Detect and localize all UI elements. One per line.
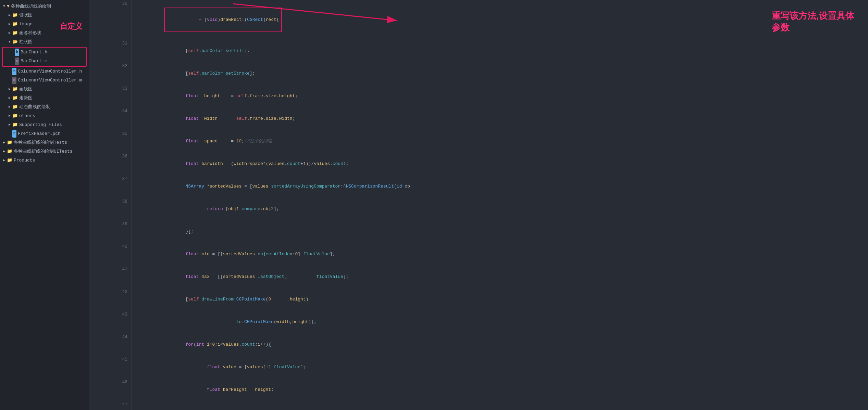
file-h-icon: h: [15, 49, 19, 56]
sidebar-item-prefix[interactable]: h PrefixHeader.pch: [0, 129, 89, 138]
sidebar-item-products[interactable]: ▶ 📁 Products: [0, 156, 89, 165]
code-line-45: 45 float value = [values[i] floatValue];: [89, 356, 868, 379]
line-code[interactable]: return [obj1 compare:obj2];: [132, 198, 868, 220]
arrow-icon: ▼: [1, 3, 7, 10]
folder-icon: 📁: [12, 12, 18, 19]
sidebar-item-label: PrefixHeader.pch: [18, 130, 61, 138]
line-code[interactable]: if(max != min){: [132, 409, 868, 410]
sidebar-item-columnar-h[interactable]: h ColumnarViewController.h: [0, 67, 89, 76]
sidebar-item-linechart[interactable]: ▶ 📁 画线图: [0, 85, 89, 94]
line-code[interactable]: }];: [132, 220, 868, 243]
line-number: 39: [89, 220, 132, 243]
sidebar-item-barchart-h[interactable]: h BarChart.h: [3, 48, 86, 57]
sidebar-item-uitests[interactable]: ▶ 📁 各种曲线折线的绘制UITests: [0, 147, 89, 156]
line-number: 33: [89, 85, 132, 107]
folder-icon: 📁: [7, 157, 12, 164]
sidebar-item-shapes[interactable]: ▶ 📁 画各种形状: [0, 29, 89, 38]
sidebar-item-label: 走势图: [19, 94, 33, 102]
line-code[interactable]: to:CGPointMake(width,height)];: [132, 311, 868, 333]
arrow-icon: ▶: [7, 103, 12, 111]
arrow-icon: ▶: [7, 94, 12, 102]
line-code[interactable]: NSArray *sortedValues = [values sortedAr…: [132, 175, 868, 198]
code-line-32: 32 [self.barColor setStroke];: [89, 62, 868, 85]
folder-icon: 📁: [12, 103, 18, 111]
arrow-icon: ▼: [7, 38, 12, 46]
file-pch-icon: h: [12, 130, 16, 138]
code-line-43: 43 to:CGPointMake(width,height)];: [89, 311, 868, 333]
line-code[interactable]: float value = [values[i] floatValue];: [132, 356, 868, 379]
line-number: 37: [89, 175, 132, 198]
code-line-34: 34 float width = self.frame.size.width;: [89, 107, 868, 130]
line-number: 30: [89, 0, 132, 40]
sidebar-item-image[interactable]: ▶ 📁 image: [0, 20, 89, 29]
line-number: 41: [89, 266, 132, 288]
sidebar-item-barchart-m[interactable]: m BarChart.m: [3, 57, 86, 66]
sidebar-item-root[interactable]: ▼ ▼ 各种曲线折线的绘制: [0, 2, 89, 11]
folder-icon: 📁: [12, 21, 18, 28]
line-code[interactable]: float width = self.frame.size.width;: [132, 107, 868, 130]
arrow-icon: ▶: [1, 139, 7, 146]
line-code[interactable]: float height = self.frame.size.height;: [132, 85, 868, 107]
line-number: 35: [89, 130, 132, 153]
sidebar-item-label: ColumnarViewController.h: [18, 68, 82, 75]
folder-icon: 📁: [12, 112, 18, 120]
code-line-39: 39 }];: [89, 220, 868, 243]
sidebar-item-label: 饼状图: [19, 12, 33, 19]
sidebar-item-label: 柱状图: [19, 38, 33, 46]
file-h-icon: h: [12, 68, 16, 75]
line-number: 36: [89, 153, 132, 175]
sidebar-item-label: Products: [14, 157, 35, 164]
line-number: 34: [89, 107, 132, 130]
sidebar-item-trend[interactable]: ▶ 📁 走势图: [0, 94, 89, 103]
line-number: 47: [89, 401, 132, 409]
arrow-icon: ▶: [1, 157, 7, 164]
code-line-42: 42 [self drawLineFrom:CGPointMake(0 ,hei…: [89, 288, 868, 311]
sidebar-item-label: image: [19, 21, 33, 28]
line-number: 40: [89, 243, 132, 266]
annotation-rewrite: 重写该方法,设置具体参数: [772, 10, 854, 34]
line-number: 43: [89, 311, 132, 333]
folder-icon: 📁: [12, 86, 18, 93]
line-code[interactable]: float min = [[sortedValues objectAtIndex…: [132, 243, 868, 266]
sidebar-item-barchart[interactable]: ▼ 📂 柱状图: [0, 38, 89, 47]
folder-icon: 📁: [7, 148, 12, 155]
sidebar-item-label: 各种曲线折线的绘制: [11, 3, 51, 10]
code-editor[interactable]: 重写该方法,设置具体参数 30 − (void)drawRect:(CGRect…: [89, 0, 868, 410]
sidebar-item-supporting[interactable]: ▶ 📁 Supporting Files: [0, 120, 89, 129]
code-line-36: 36 float barWidth = (width-space*(values…: [89, 153, 868, 175]
sidebar-item-dynamic[interactable]: ▶ 📁 动态曲线的绘制: [0, 103, 89, 112]
line-number: 31: [89, 40, 132, 62]
line-code[interactable]: [self drawLineFrom:CGPointMake(0 ,height…: [132, 288, 868, 311]
folder-icon: 📁: [12, 94, 18, 102]
line-code[interactable]: − (void)drawRect:(CGRect)rect{: [132, 0, 868, 40]
line-code[interactable]: for(int i=0;i<values.count;i++){: [132, 333, 868, 356]
sidebar-item-tests[interactable]: ▶ 📁 各种曲线折线的绘制Tests: [0, 138, 89, 147]
line-number: 44: [89, 333, 132, 356]
line-code[interactable]: float space = 10;//柱子的间隔: [132, 130, 868, 153]
arrow-icon: ▶: [1, 148, 7, 155]
line-code[interactable]: float barWidth = (width-space*(values.co…: [132, 153, 868, 175]
folder-open-icon: 📂: [12, 38, 18, 46]
line-code[interactable]: float max = [[sortedValues lastObject] f…: [132, 266, 868, 288]
sidebar-item-label: Supporting Files: [19, 121, 62, 129]
code-line-31: 31 [self.barColor setFill];: [89, 40, 868, 62]
sidebar-item-columnar-m[interactable]: m ColumnarViewController.m: [0, 76, 89, 85]
code-line-37: 37 NSArray *sortedValues = [values sorte…: [89, 175, 868, 198]
sidebar-item-label: 各种曲线折线的绘制Tests: [14, 139, 67, 146]
line-number: 48: [89, 409, 132, 410]
sidebar-item-label: BarChart.m: [21, 57, 47, 65]
line-code[interactable]: [self.barColor setStroke];: [132, 62, 868, 85]
sidebar-item-piechart[interactable]: ▶ 📁 饼状图: [0, 11, 89, 20]
line-code[interactable]: [132, 401, 868, 409]
line-code[interactable]: [self.barColor setFill];: [132, 40, 868, 62]
arrow-icon: ▶: [7, 112, 12, 120]
line-number: 38: [89, 198, 132, 220]
sidebar-item-label: BarChart.h: [21, 49, 47, 56]
line-code[interactable]: float barHeight = height;: [132, 379, 868, 401]
code-line-48: 48 if(max != min){: [89, 409, 868, 410]
code-line-44: 44 for(int i=0;i<values.count;i++){: [89, 333, 868, 356]
sidebar[interactable]: ▼ ▼ 各种曲线折线的绘制 ▶ 📁 饼状图 ▶ 📁 image ▶ 📁 画各种形…: [0, 0, 89, 410]
code-line-41: 41 float max = [[sortedValues lastObject…: [89, 266, 868, 288]
line-number: 42: [89, 288, 132, 311]
sidebar-item-others[interactable]: ▶ 📁 others: [0, 112, 89, 120]
